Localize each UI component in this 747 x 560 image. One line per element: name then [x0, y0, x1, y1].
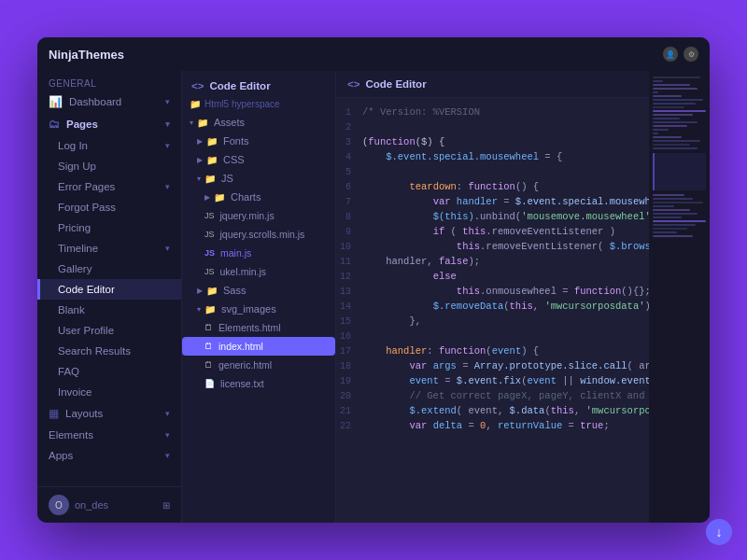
chevron-down-icon: ▾ — [197, 305, 201, 314]
mm-line — [653, 114, 693, 116]
sidebar-item-invoice[interactable]: Invoice — [37, 382, 181, 402]
mm-line — [653, 136, 682, 138]
sidebar-item-layouts[interactable]: ▦ Layouts ▾ — [37, 402, 181, 425]
chevron-down-icon: ▾ — [165, 141, 170, 150]
mm-line — [653, 84, 690, 86]
js-main-file-icon: JS — [204, 248, 215, 258]
sidebar-item-elements[interactable]: Elements ▾ — [37, 425, 181, 445]
code-line: 18 var args = Array.prototype.slice.call… — [336, 359, 649, 374]
filetree-item-ukel[interactable]: JS ukel.min.js — [182, 262, 335, 281]
sidebar-item-error-pages[interactable]: Error Pages ▾ — [37, 176, 181, 197]
filetree-item-jquery-scrolls[interactable]: JS jquery.scrolls.min.js — [182, 225, 335, 244]
mm-line — [653, 217, 682, 218]
sidebar-item-login[interactable]: Log In ▾ — [37, 135, 181, 156]
txt-file-icon: 📄 — [204, 379, 215, 388]
chevron-down-icon: ▾ — [165, 244, 170, 253]
code-line: 9 if ( this.removeEventListener ) — [336, 225, 649, 240]
sidebar-item-faq[interactable]: FAQ — [37, 361, 181, 382]
code-line: 21 $.extend( event, $.data(this, 'mwcurs… — [336, 404, 649, 419]
mm-line — [653, 213, 698, 215]
mm-line — [653, 133, 658, 134]
code-line: 3 (function($) { — [336, 135, 649, 150]
sidebar-item-code-editor[interactable]: Code Editor — [37, 279, 181, 300]
sidebar-item-timeline[interactable]: Timeline ▾ — [37, 238, 181, 259]
settings-icon[interactable]: ⚙ — [684, 47, 698, 62]
mm-line — [653, 103, 696, 105]
sidebar-item-blank[interactable]: Blank — [37, 300, 181, 320]
filetree-item-css[interactable]: ▶ 📁 CSS — [182, 150, 335, 169]
filetree-item-js[interactable]: ▾ 📁 JS — [182, 169, 335, 188]
code-editor-title: Code Editor — [365, 78, 426, 90]
mm-line — [653, 231, 677, 233]
avatar: O — [49, 495, 69, 515]
filetree-item-sass[interactable]: ▶ 📁 Sass — [182, 281, 335, 300]
mm-line — [653, 144, 690, 146]
minimap-art — [649, 71, 710, 523]
sidebar-item-pricing[interactable]: Pricing — [37, 217, 181, 238]
folder-icon: 📁 — [214, 192, 225, 203]
sidebar-item-search-results[interactable]: Search Results — [37, 341, 181, 361]
sidebar-item-gallery[interactable]: Gallery — [37, 259, 181, 279]
code-line: 5 — [336, 165, 649, 180]
mm-line — [653, 228, 687, 230]
code-line: 17 handler: function(event) { — [336, 344, 649, 359]
filetree-item-index-html[interactable]: 🗒 index.html — [182, 337, 335, 356]
code-editor-header: <> Code Editor — [336, 71, 649, 98]
chevron-down-icon: ▾ — [165, 97, 170, 106]
filetree-item-fonts[interactable]: ▶ 📁 Fonts — [182, 132, 335, 150]
filetree-item-assets[interactable]: ▾ 📁 Assets — [182, 113, 335, 132]
mm-line — [653, 205, 674, 207]
mm-line — [653, 235, 693, 237]
sidebar-item-forgot-pass[interactable]: Forgot Pass — [37, 197, 181, 217]
folder-icon: 📁 — [206, 136, 218, 147]
folder-icon: 📁 — [197, 118, 208, 128]
code-editor-body[interactable]: 1 /* Version: %VERSION 2 3 (function($) … — [336, 98, 649, 523]
sidebar-item-apps[interactable]: Apps ▾ — [37, 445, 181, 466]
code-line: 19 event = $.event.fix(event || window.e… — [336, 374, 649, 389]
filetree-item-svg-images[interactable]: ▾ 📁 svg_images — [182, 300, 335, 318]
code-line: 13 this.onmousewheel = function(){}; — [336, 285, 649, 300]
code-editor-icon: <> — [191, 80, 204, 91]
chevron-right-icon: ▶ — [204, 193, 210, 202]
mm-line — [653, 209, 690, 211]
mm-line — [653, 194, 684, 196]
mm-line — [653, 110, 706, 112]
filetree-item-jquery-min[interactable]: JS jquery.min.js — [182, 206, 335, 225]
sidebar-item-dashboard[interactable]: 📊 Dashboard ▾ — [37, 91, 181, 113]
mm-line — [653, 224, 696, 226]
dashboard-icon: 📊 — [49, 95, 63, 108]
sidebar-item-signup[interactable]: Sign Up — [37, 156, 181, 176]
main-layout: General 📊 Dashboard ▾ 🗂 Pages ▾ Log In ▾… — [37, 71, 710, 523]
pages-icon: 🗂 — [49, 118, 60, 131]
chevron-down-icon: ▾ — [165, 451, 170, 460]
titlebar: NinjaThemes 👤 ⚙ — [37, 37, 710, 71]
folder-icon: 📁 — [206, 286, 218, 296]
sidebar-item-pages[interactable]: 🗂 Pages ▾ — [37, 113, 181, 135]
mm-line — [653, 202, 703, 203]
mm-highlight — [653, 153, 706, 190]
code-line: 2 — [336, 120, 649, 135]
code-line: 11 handler, false); — [336, 255, 649, 270]
chevron-right-icon: ▶ — [197, 137, 203, 146]
user-settings-icon[interactable]: ⊞ — [162, 500, 170, 511]
code-line: 1 /* Version: %VERSION — [336, 105, 649, 120]
filetree-header: <> Code Editor — [182, 71, 335, 97]
html-file-icon: 🗒 — [204, 342, 213, 351]
filetree-item-license[interactable]: 📄 license.txt — [182, 374, 335, 393]
code-line: 4 $.event.special.mousewheel = { — [336, 150, 649, 165]
user-icon[interactable]: 👤 — [663, 47, 678, 62]
titlebar-controls: 👤 ⚙ — [663, 47, 698, 62]
folder-icon: 📁 — [204, 304, 216, 315]
filetree-item-elements-html[interactable]: 🗒 Elements.html — [182, 318, 335, 337]
mm-line — [653, 91, 658, 93]
filetree-item-charts[interactable]: ▶ 📁 Charts — [182, 188, 335, 206]
filetree-item-main-js[interactable]: JS main.js — [182, 244, 335, 262]
sidebar: General 📊 Dashboard ▾ 🗂 Pages ▾ Log In ▾… — [37, 71, 182, 523]
code-editor-panel: <> Code Editor 1 /* Version: %VERSION 2 … — [336, 71, 649, 523]
sidebar-user[interactable]: O on_des ⊞ — [37, 486, 181, 523]
sidebar-item-user-profile[interactable]: User Profile — [37, 320, 181, 341]
mm-line — [653, 106, 684, 108]
filetree-item-generic-html[interactable]: 🗒 generic.html — [182, 356, 335, 374]
mm-line — [653, 125, 687, 127]
mm-line — [653, 147, 698, 149]
